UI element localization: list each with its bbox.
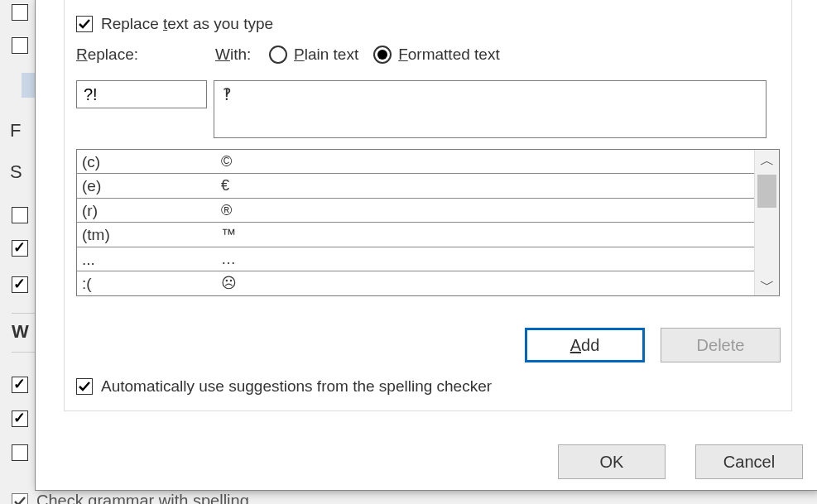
bg-grammar-row: Check grammar with spelling — [12, 492, 249, 504]
bg-checkbox-1[interactable] — [12, 4, 28, 21]
bg-checkbox-3[interactable] — [12, 207, 28, 223]
cell-with: ™ — [218, 223, 754, 246]
table-row[interactable]: :(☹ — [77, 271, 754, 295]
with-label: With: — [215, 46, 269, 64]
table-row[interactable]: (c)© — [77, 150, 754, 174]
cell-with: ® — [218, 199, 754, 222]
formatted-text-radio[interactable] — [373, 46, 392, 64]
bg-checkbox-5[interactable] — [12, 276, 28, 293]
auto-suggest-checkbox[interactable] — [76, 378, 93, 395]
cell-replace: :( — [77, 271, 218, 295]
bg-grammar-post: heck grammar with spelling — [48, 492, 248, 504]
bg-checkbox-2[interactable] — [12, 37, 28, 54]
table-row[interactable]: (tm)™ — [77, 223, 754, 247]
cell-replace: (c) — [77, 150, 218, 173]
replace-label: Replace: — [76, 46, 215, 64]
replace-as-you-type-checkbox[interactable] — [76, 16, 93, 32]
table-row[interactable]: (e)€ — [77, 174, 754, 198]
add-button[interactable]: Add — [525, 328, 645, 362]
cell-replace: (tm) — [77, 223, 218, 246]
bg-checkbox-4[interactable] — [12, 240, 28, 257]
cell-with: ☹ — [218, 271, 754, 295]
replace-groupbox: Replace text as you type Replace: With: … — [64, 0, 792, 411]
cell-replace: (e) — [77, 174, 218, 197]
cell-replace: ... — [77, 247, 218, 271]
plain-text-label: Plain text — [294, 46, 358, 64]
ok-button[interactable]: OK — [558, 444, 666, 479]
table-scrollbar[interactable]: ︿ ﹀ — [754, 150, 779, 295]
auto-suggest-label: Automatically use suggestions from the s… — [101, 377, 492, 396]
cancel-button[interactable]: Cancel — [695, 444, 803, 479]
auto-suggest-row: Automatically use suggestions from the s… — [76, 377, 492, 396]
autocorrect-dialog: Replace text as you type Replace: With: … — [35, 0, 817, 491]
bg-letter-s: S — [10, 161, 22, 183]
formatted-text-label: Formatted text — [398, 46, 500, 64]
background-column: F S W — [12, 0, 32, 504]
scroll-down-arrow[interactable]: ﹀ — [755, 274, 779, 295]
plain-text-radio[interactable] — [269, 46, 287, 64]
bg-checkbox-7[interactable] — [12, 410, 28, 427]
replace-as-you-type-label: Replace text as you type — [101, 15, 273, 33]
scroll-up-arrow[interactable]: ︿ — [755, 150, 779, 171]
table-row[interactable]: (r)® — [77, 199, 754, 223]
bg-section-label-w: W — [12, 321, 37, 343]
bg-grammar-checkbox[interactable] — [12, 493, 28, 505]
table-row[interactable]: ...… — [77, 247, 754, 271]
bg-checkbox-8[interactable] — [12, 444, 28, 461]
scroll-thumb[interactable] — [757, 175, 776, 208]
cell-with: … — [218, 247, 754, 271]
cell-replace: (r) — [77, 199, 218, 222]
cell-with: € — [218, 174, 754, 197]
replacements-table: (c)©(e)€(r)®(tm)™...…:(☹ ︿ ﹀ — [76, 149, 780, 296]
delete-button[interactable]: Delete — [661, 328, 781, 362]
replace-input[interactable] — [76, 80, 207, 108]
bg-letter-f: F — [10, 120, 21, 142]
cell-with: © — [218, 150, 754, 173]
with-preview-box[interactable]: ‽ — [214, 80, 767, 138]
replace-as-you-type-row: Replace text as you type — [76, 15, 273, 33]
bg-grammar-u: C — [36, 492, 48, 504]
bg-divider — [12, 313, 36, 314]
labels-row: Replace: With: Plain text Formatted text — [76, 46, 515, 64]
bg-divider-2 — [12, 352, 36, 353]
bg-checkbox-6[interactable] — [12, 377, 28, 393]
